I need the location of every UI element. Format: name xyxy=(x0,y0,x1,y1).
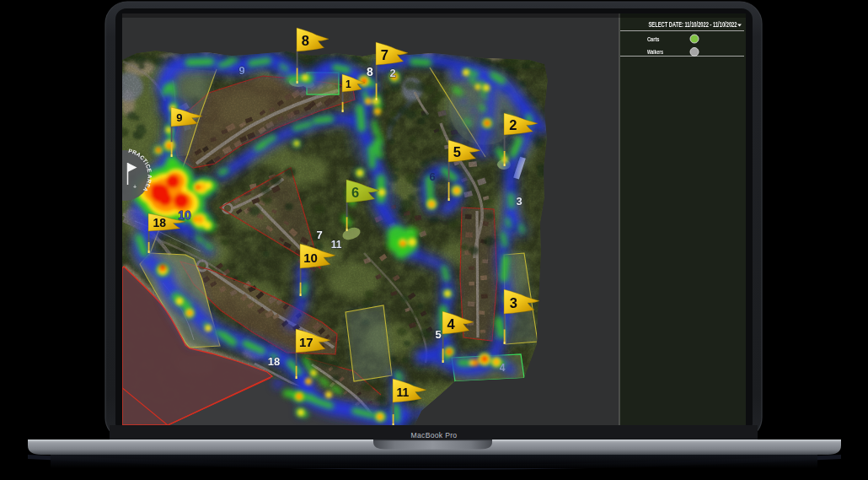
svg-text:+: + xyxy=(133,184,137,190)
svg-text:2: 2 xyxy=(389,67,395,79)
svg-text:5: 5 xyxy=(435,328,441,341)
svg-text:9: 9 xyxy=(238,64,244,77)
svg-text:11: 11 xyxy=(331,239,342,251)
svg-text:7: 7 xyxy=(316,229,322,241)
svg-text:11: 11 xyxy=(397,386,410,399)
svg-text:1: 1 xyxy=(346,78,351,90)
svg-text:4: 4 xyxy=(447,316,455,332)
svg-text:2: 2 xyxy=(509,117,517,132)
svg-text:18: 18 xyxy=(268,355,280,368)
svg-text:Walkers: Walkers xyxy=(647,49,663,55)
svg-text:4: 4 xyxy=(500,362,506,374)
svg-text:Carts: Carts xyxy=(647,36,660,42)
svg-text:9: 9 xyxy=(176,111,182,124)
svg-text:8: 8 xyxy=(367,65,373,78)
svg-text:5: 5 xyxy=(453,144,461,159)
svg-text:SELECT DATE: 11/10/2022 - 11/1: SELECT DATE: 11/10/2022 - 11/10/2022 xyxy=(649,21,737,29)
svg-text:8: 8 xyxy=(302,33,309,48)
svg-text:10: 10 xyxy=(178,208,191,222)
svg-text:7: 7 xyxy=(381,47,388,62)
svg-text:6: 6 xyxy=(429,170,435,183)
svg-text:18: 18 xyxy=(153,216,166,229)
svg-text:MacBook Pro: MacBook Pro xyxy=(411,431,458,440)
svg-text:3: 3 xyxy=(510,295,517,310)
svg-text:3: 3 xyxy=(516,195,522,208)
svg-text:10: 10 xyxy=(303,251,318,265)
svg-text:17: 17 xyxy=(299,335,313,349)
